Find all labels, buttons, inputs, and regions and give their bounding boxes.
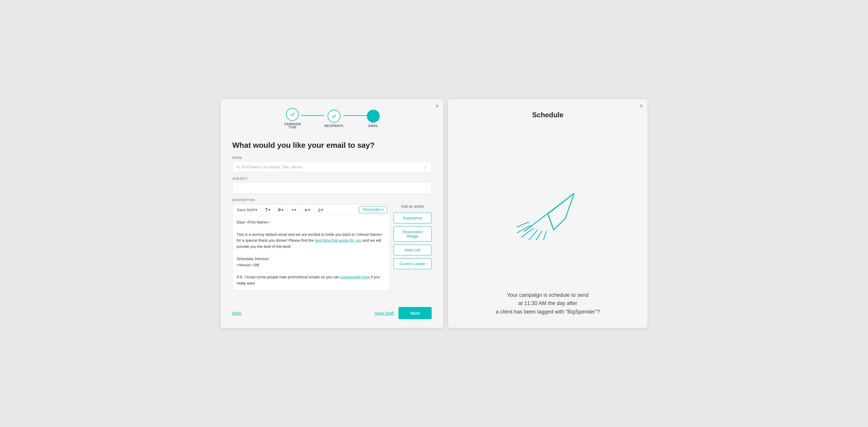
- paper-plane-svg: [516, 176, 580, 240]
- body-line4: P.S. I know some people hate promotional…: [237, 274, 385, 286]
- shortcodes-btn[interactable]: Shortcodes ▾: [359, 206, 388, 213]
- form-title: What would you like your email to say?: [232, 141, 432, 150]
- from-label: FROM: [232, 156, 432, 159]
- email-editor: Sans Serif ▾ T ▾ B ▾ ≡: [232, 204, 390, 291]
- shortcodes-label: Shortcodes: [363, 208, 381, 212]
- svg-line-0: [548, 214, 554, 230]
- list-chevron: ▾: [308, 208, 310, 212]
- subject-label: SUBJECT: [232, 177, 432, 180]
- right-header: Schedule: [448, 99, 648, 119]
- stepper: CAMPAIGNTYPE RECIPIENTS EMAIL: [220, 99, 443, 135]
- schedule-line2: at 11:30 AM the day after: [518, 300, 577, 306]
- action-header: Add an action: [394, 204, 432, 209]
- step-label-recipients: RECIPIENTS: [324, 124, 343, 128]
- schedule-text: Your campaign is schedule to send at 11:…: [478, 291, 617, 328]
- list-btn[interactable]: ≣ ▾: [302, 207, 312, 213]
- text-size-btn[interactable]: T ▾: [263, 206, 272, 213]
- description-label: DESCRIPTION: [232, 199, 432, 202]
- step-campaign-type: CAMPAIGNTYPE: [284, 108, 301, 129]
- paper-plane-illustration: [516, 119, 580, 291]
- text-size-chevron: ▾: [268, 208, 270, 212]
- align-icon: ≡: [291, 208, 294, 212]
- description-section: Sans Serif ▾ T ▾ B ▾ ≡: [232, 204, 432, 291]
- svg-line-3: [536, 231, 542, 240]
- from-select[interactable]: ie. First Name Last Name, Title, Venue ⌄: [232, 161, 432, 173]
- step-recipients: RECIPIENTS: [324, 110, 343, 128]
- step-line-2: [343, 115, 367, 116]
- step-circle-campaign: [286, 108, 299, 121]
- reservation-widget-btn[interactable]: Reservation Widget: [394, 226, 432, 242]
- schedule-line3: a client has been tagged with "BigSpende…: [496, 309, 600, 315]
- svg-line-6: [517, 222, 529, 227]
- step-email: EMAIL: [367, 110, 380, 128]
- chevron-down-icon: ⌄: [424, 164, 427, 169]
- shortcodes-chevron: ▾: [382, 208, 383, 212]
- body-line3: Schmiska Johnson<Venue> GM: [237, 256, 385, 268]
- align-chevron: ▾: [294, 208, 297, 212]
- next-button[interactable]: Next: [399, 307, 432, 319]
- left-panel: × CAMPAIGNTYPE RECIPIE: [220, 99, 443, 328]
- footer-right: Save Draft Next: [374, 307, 432, 319]
- from-placeholder: ie. First Name Last Name, Title, Venue: [237, 165, 302, 169]
- editor-toolbar: Sans Serif ▾ T ▾ B ▾ ≡: [232, 205, 390, 215]
- step-label-campaign: CAMPAIGNTYPE: [284, 123, 301, 129]
- bold-icon: B: [278, 208, 281, 212]
- color-icon: A: [318, 208, 321, 212]
- step-label-email: EMAIL: [369, 124, 379, 128]
- left-close-button[interactable]: ×: [435, 103, 439, 109]
- svg-line-4: [544, 232, 546, 240]
- left-footer: Back Save Draft Next: [220, 301, 443, 322]
- right-close-button[interactable]: ×: [640, 103, 643, 109]
- color-btn[interactable]: A ▾: [316, 207, 326, 213]
- step-circle-recipients: [328, 110, 340, 123]
- align-btn[interactable]: ≡ ▾: [289, 207, 299, 213]
- toolbar-divider-2: [274, 207, 275, 212]
- text-size-icon: T: [265, 207, 268, 212]
- color-chevron: ▾: [321, 208, 323, 212]
- experience-btn[interactable]: Experience: [394, 213, 432, 223]
- font-chevron-icon: ▾: [255, 208, 257, 212]
- toolbar-divider-4: [300, 207, 301, 212]
- right-panel: × Schedule Your campaign is schedule to …: [448, 99, 648, 328]
- step-circle-email: [367, 110, 380, 123]
- action-buttons-panel: Add an action Experience Reservation Wid…: [394, 204, 432, 269]
- form-content: What would you like your email to say? F…: [220, 135, 443, 301]
- save-draft-button[interactable]: Save Draft: [374, 311, 394, 315]
- schedule-title: Schedule: [454, 108, 642, 119]
- custom-lander-btn[interactable]: Custom Lander: [394, 258, 432, 269]
- body-line1: Dear <First Name>,: [237, 219, 385, 225]
- back-button[interactable]: Back: [232, 311, 241, 315]
- schedule-line1: Your campaign is schedule to send: [507, 292, 589, 298]
- best-time-link[interactable]: best time that works for you: [315, 238, 362, 243]
- list-icon: ≣: [304, 208, 308, 212]
- svg-line-2: [529, 230, 537, 240]
- font-family-btn[interactable]: Sans Serif ▾: [235, 207, 259, 213]
- toolbar-divider-5: [314, 207, 314, 212]
- bold-chevron: ▾: [281, 208, 284, 212]
- step-line-1: [301, 115, 324, 116]
- toolbar-divider-3: [287, 207, 288, 212]
- font-family-label: Sans Serif: [237, 208, 254, 212]
- unsubscribe-link[interactable]: unsubscribe here: [340, 275, 370, 279]
- bold-btn[interactable]: B ▾: [276, 207, 286, 213]
- editor-body[interactable]: Dear <First Name>, This is a dummy defau…: [232, 215, 390, 291]
- body-line2: This is a dummy default email and we are…: [237, 232, 385, 250]
- subject-input[interactable]: [232, 182, 432, 194]
- web-link-btn[interactable]: Web Link: [394, 245, 432, 255]
